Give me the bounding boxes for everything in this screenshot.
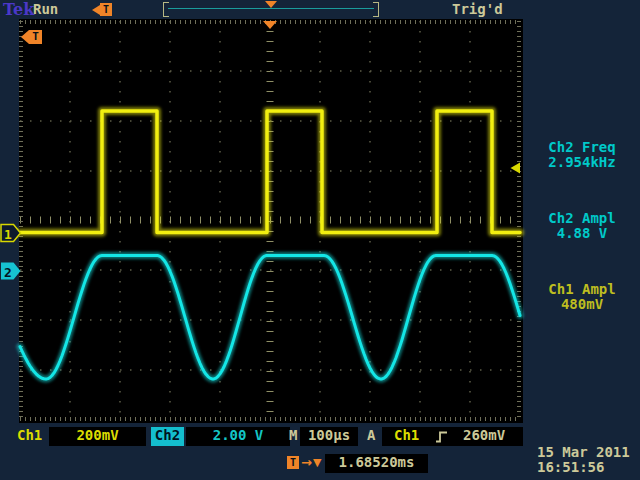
trigger-t-icon: T xyxy=(287,456,299,469)
measurement-ch2-freq: Ch2 Freq 2.954kHz xyxy=(526,140,638,170)
trigger-position-marker xyxy=(263,21,277,29)
trigger-status: Trig'd xyxy=(452,1,503,17)
record-window-line xyxy=(168,8,374,9)
ch2-ground-marker: 2 xyxy=(1,263,21,280)
measurement-value: 2.954kHz xyxy=(526,155,638,170)
trigger-level: 260mV xyxy=(463,427,505,443)
record-trigger-position-marker xyxy=(265,1,277,8)
trigger-source: Ch1 xyxy=(394,427,419,443)
trigger-delay-value: 1.68520ms xyxy=(325,454,428,473)
graticule-area xyxy=(19,19,523,423)
ch2-label-selected: Ch2 xyxy=(151,427,184,446)
ch1-scale-readout: 200mV xyxy=(49,427,146,446)
trigger-t-icon: T xyxy=(100,3,112,16)
time-display: 16:51:56 xyxy=(537,459,604,478)
measurement-ch1-ampl: Ch1 Ampl 480mV xyxy=(526,282,638,312)
ch2-scale-readout: 2.00 V xyxy=(186,427,290,446)
ch1-ground-marker: 1 xyxy=(1,225,21,242)
right-arrow-icon: → xyxy=(301,455,312,470)
ch2-marker-label: 2 xyxy=(4,265,12,280)
tek-logo: Tek xyxy=(3,0,34,19)
oscilloscope-screen: { "header": { "logo": "Tek", "acq_status… xyxy=(0,0,640,480)
measurement-value: 4.88 V xyxy=(526,226,638,241)
left-arrow-icon xyxy=(21,30,29,44)
trigger-menu-label: A xyxy=(367,427,375,446)
left-arrow-icon xyxy=(92,5,100,15)
ch1-label: Ch1 xyxy=(17,427,42,446)
trigger-readout: Ch1 260mV xyxy=(382,427,523,446)
timebase-label: M xyxy=(289,427,297,446)
record-window-left-bracket xyxy=(163,2,169,17)
ch1-marker-label: 1 xyxy=(4,227,12,242)
measurement-label: Ch1 Ampl xyxy=(526,282,638,297)
measurement-label: Ch2 Freq xyxy=(526,140,638,155)
trigger-offscreen-marker: T xyxy=(21,30,43,44)
timebase-readout: 100µs xyxy=(300,427,358,446)
measurement-label: Ch2 Ampl xyxy=(526,211,638,226)
trigger-t-icon: T xyxy=(29,30,42,44)
acquisition-status: Run xyxy=(33,1,58,17)
trigger-offscreen-icon: T xyxy=(92,3,114,17)
rising-edge-icon xyxy=(435,430,449,444)
measurement-value: 480mV xyxy=(526,297,638,312)
record-window-right-bracket xyxy=(373,2,379,17)
measurement-ch2-ampl: Ch2 Ampl 4.88 V xyxy=(526,211,638,241)
down-triangle-icon: ▼ xyxy=(313,456,321,469)
